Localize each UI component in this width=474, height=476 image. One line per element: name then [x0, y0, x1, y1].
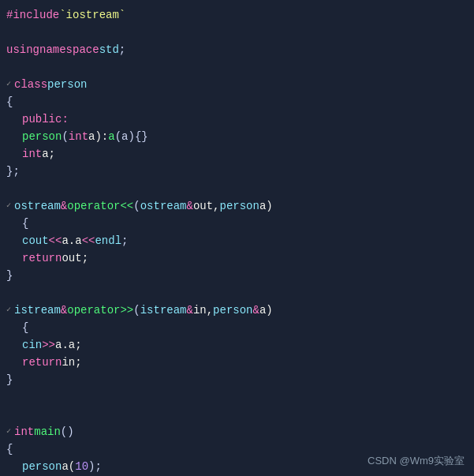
code-line: using namespace std ;	[0, 41, 474, 58]
token-return2: return	[22, 354, 62, 371]
token-brace-end: };	[6, 163, 20, 180]
token-semi2: ;	[121, 232, 128, 249]
watermark: CSDN @Wm9实验室	[368, 454, 465, 468]
token-out: out,	[193, 197, 220, 215]
fold-icon2[interactable]: ✓	[6, 197, 11, 215]
code-line: return in;	[16, 354, 474, 371]
token-amp: &	[61, 197, 67, 215]
token-amp4: &	[186, 302, 192, 319]
token-op2: <<	[82, 232, 95, 249]
code-line: ✓ ostream & operator<< ( ostream & out, …	[0, 197, 474, 215]
token-public: public:	[22, 111, 69, 128]
token-semi: ;	[119, 41, 125, 58]
code-line: {	[16, 215, 474, 232]
code-line: public:	[16, 111, 474, 128]
token-fn: person	[22, 128, 62, 145]
code-line: };	[0, 163, 474, 180]
token-int: int	[69, 128, 88, 145]
token-class: class	[14, 76, 47, 93]
token-int3: int	[14, 423, 34, 440]
token-brace3: }	[6, 267, 13, 284]
code-line	[0, 180, 474, 197]
code-line: }	[0, 267, 474, 284]
token-semi3: );	[88, 458, 102, 475]
code-line: {	[16, 319, 474, 336]
token-std: std	[99, 41, 119, 58]
code-line: ✓ int main ()	[0, 423, 474, 440]
token-return: return	[22, 249, 62, 267]
token-paren: (	[62, 128, 68, 145]
token-include: #include	[6, 6, 59, 24]
fold-icon3[interactable]: ✓	[6, 302, 11, 319]
token-brace2: {	[22, 215, 28, 232]
code-line	[0, 58, 474, 76]
token-space13: a(	[62, 458, 75, 475]
token-ostream2: ostream	[140, 197, 187, 215]
token-op: <<	[49, 232, 62, 249]
token-int2: int	[22, 145, 42, 163]
token-space: a):	[88, 128, 108, 145]
token-in: in,	[193, 302, 213, 319]
token-endl: endl	[95, 232, 121, 249]
token-paren2: (a){}	[115, 128, 148, 145]
token-paren5: ()	[61, 423, 74, 440]
code-line	[0, 24, 474, 41]
token-amp5: &	[253, 302, 259, 319]
code-line: int a;	[16, 145, 474, 163]
token-fn2: a	[108, 128, 114, 145]
code-line: #include `iostream`	[0, 6, 474, 24]
token-brace: {	[6, 93, 13, 111]
code-line	[0, 388, 474, 406]
token-paren4: (	[133, 302, 140, 319]
token-istream: istream	[14, 302, 61, 319]
token-var: a;	[42, 145, 55, 163]
code-line: cout << a.a << endl ;	[16, 232, 474, 249]
code-line: ✓ class person	[0, 76, 474, 93]
token-main: main	[34, 423, 61, 440]
token-person2: person	[220, 197, 259, 215]
token-brace6: {	[6, 440, 13, 458]
code-line	[0, 406, 474, 423]
token-operator2: operator>>	[67, 302, 133, 319]
fold-icon[interactable]: ✓	[6, 76, 11, 93]
token-cout: cout	[22, 232, 49, 249]
fold-icon4[interactable]: ✓	[6, 423, 11, 440]
token-operator: operator<<	[67, 197, 133, 215]
token-amp3: &	[61, 302, 67, 319]
token-person: person	[47, 76, 87, 93]
token-num1: 10	[75, 458, 88, 475]
token-a2: a)	[259, 302, 273, 319]
token-person3: person	[213, 302, 252, 319]
code-line: cin >> a.a;	[16, 336, 474, 354]
token-istream2: istream	[140, 302, 187, 319]
code-line: ✓ istream & operator>> ( istream & in, p…	[0, 302, 474, 319]
code-line: }	[0, 371, 474, 388]
token-aa2: a.a;	[55, 336, 82, 354]
code-line: {	[0, 93, 474, 111]
token-out2: out;	[62, 249, 88, 267]
token-string: `iostream`	[59, 6, 125, 24]
token-cin: cin	[22, 336, 42, 354]
token-paren3: (	[133, 197, 140, 215]
token-namespace: namespace	[39, 41, 99, 58]
token-amp2: &	[186, 197, 192, 215]
token-aa: a.a	[62, 232, 81, 249]
code-line: return out;	[16, 249, 474, 267]
token-person4: person	[22, 458, 62, 475]
token-ostream: ostream	[14, 197, 61, 215]
token-using: using	[6, 41, 39, 58]
token-brace4: {	[22, 319, 28, 336]
token-op3: >>	[42, 336, 55, 354]
code-editor: #include `iostream` using namespace std …	[0, 0, 474, 476]
code-line: person ( int a): a (a){}	[16, 128, 474, 145]
code-line	[0, 284, 474, 302]
token-brace5: }	[6, 371, 13, 388]
token-a: a)	[259, 197, 273, 215]
token-in2: in;	[62, 354, 81, 371]
